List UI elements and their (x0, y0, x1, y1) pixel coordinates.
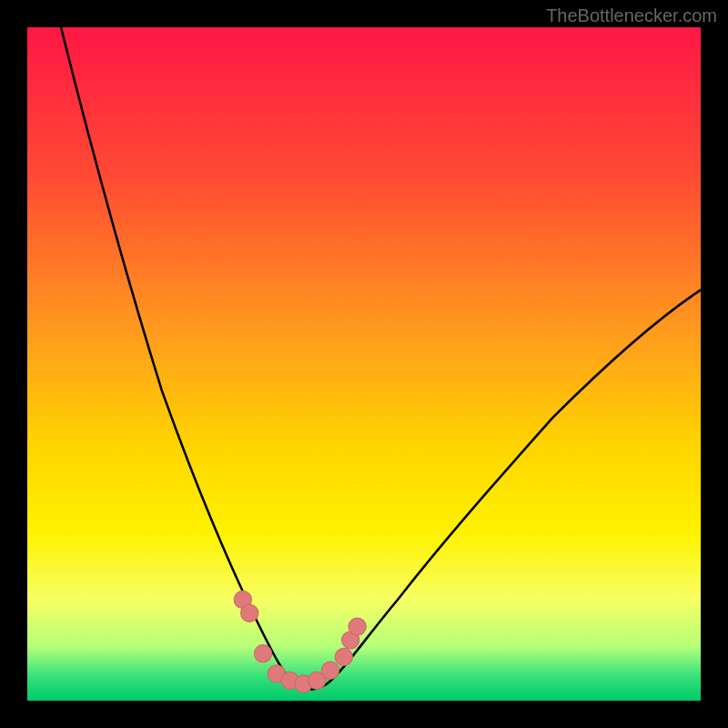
chart-frame (27, 27, 701, 701)
chart-gradient-bg (27, 27, 701, 701)
watermark-label: TheBottlenecker.com (546, 5, 717, 26)
svg-rect-0 (27, 27, 701, 701)
